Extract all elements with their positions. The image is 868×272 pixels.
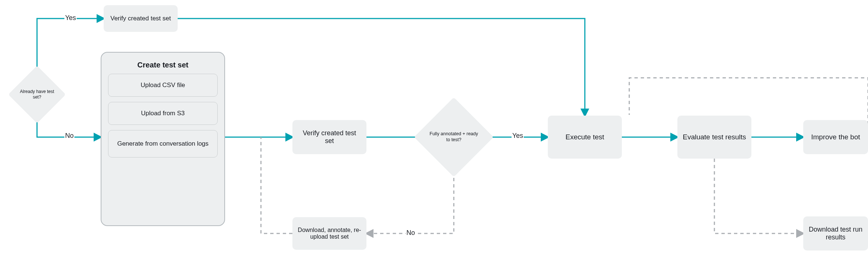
option-generate-logs: Generate from conversation logs [108,130,218,157]
edge-label-no-mid: No [406,229,416,237]
node-label: Execute test [566,133,604,141]
node-label: Verify created test set [110,15,171,22]
node-evaluate: Evaluate test results [677,116,751,159]
node-label: Upload CSV file [141,82,185,89]
node-verify-top: Verify created test set [104,5,178,32]
edge-label-yes-top: Yes [64,14,77,22]
edge-label-yes-mid: Yes [512,132,524,140]
group-create-test-set: Create test set Upload CSV file Upload f… [101,52,225,226]
node-improve-bot: Improve the bot [803,120,868,154]
flow-diagram: Already have test set? Verify created te… [0,0,868,272]
node-label: Evaluate test results [683,133,746,141]
node-download-annotate: Download, annotate, re-upload test set [292,217,366,250]
node-label: Generate from conversation logs [117,140,209,147]
node-verify-main: Verify created test set [292,120,366,154]
edge-label-no-left: No [64,132,74,140]
node-execute-test: Execute test [548,116,622,159]
option-upload-s3: Upload from S3 [108,102,218,125]
node-download-results: Download test run results [803,216,868,251]
node-label: Upload from S3 [141,110,185,117]
decision-fully-annotated: Fully annotated + ready to test? [426,109,482,165]
node-label: Already have test set? [17,89,57,100]
node-label: Improve the bot [811,133,860,141]
decision-have-test-set: Already have test set? [17,74,57,115]
node-label: Download, annotate, re-upload test set [298,227,361,240]
option-upload-csv: Upload CSV file [108,74,218,97]
node-label: Download test run results [808,226,863,241]
node-label: Verify created test set [298,129,361,145]
node-label: Fully annotated + ready to test? [426,131,482,143]
group-title: Create test set [108,61,218,69]
